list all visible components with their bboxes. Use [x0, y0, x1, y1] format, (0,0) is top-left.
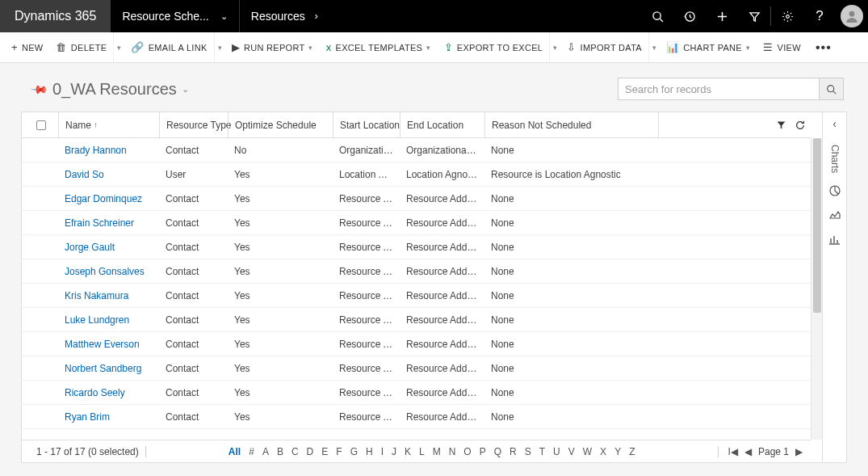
- pager-prev[interactable]: ◀: [744, 446, 752, 457]
- alpha-filter-letter[interactable]: C: [291, 446, 299, 457]
- alpha-filter-letter[interactable]: Z: [629, 446, 635, 457]
- cmd-email-split[interactable]: ▾: [214, 32, 225, 62]
- table-row[interactable]: Matthew EversonContactYesResource Add...…: [22, 332, 811, 356]
- table-row[interactable]: David SoUserYesLocation Agn...Location A…: [22, 162, 811, 187]
- settings-icon[interactable]: [771, 0, 803, 32]
- cmd-chart-pane[interactable]: 📊Chart Pane▾: [660, 32, 757, 62]
- cmd-import-split[interactable]: ▾: [648, 32, 660, 62]
- col-name[interactable]: Name↑: [58, 112, 159, 137]
- alpha-filter-letter[interactable]: U: [553, 446, 560, 457]
- alpha-filter-letter[interactable]: Y: [614, 446, 621, 457]
- alpha-filter-letter[interactable]: M: [433, 446, 441, 457]
- alpha-filter-letter[interactable]: B: [277, 446, 283, 457]
- row-type: Contact: [159, 363, 228, 374]
- row-name-link[interactable]: Joseph Gonsalves: [58, 266, 159, 277]
- col-start[interactable]: Start Location: [333, 112, 400, 137]
- add-icon[interactable]: [706, 0, 738, 32]
- pager-next[interactable]: ▶: [795, 446, 803, 457]
- chart-bar-icon[interactable]: [828, 233, 841, 246]
- alpha-filter-letter[interactable]: S: [525, 446, 531, 457]
- alpha-filter-letter[interactable]: X: [600, 446, 606, 457]
- cmd-new[interactable]: +New: [5, 32, 49, 62]
- row-name-link[interactable]: Matthew Everson: [58, 339, 159, 350]
- table-row[interactable]: Jorge GaultContactYesResource Add...Reso…: [22, 235, 811, 259]
- column-filter-icon[interactable]: [776, 120, 786, 130]
- charts-expand-icon[interactable]: ‹: [832, 117, 837, 130]
- vertical-scrollbar[interactable]: [811, 138, 822, 440]
- cmd-export-excel[interactable]: ⇪Export to Excel: [438, 32, 550, 62]
- alpha-filter-letter[interactable]: I: [381, 446, 384, 457]
- alpha-filter-letter[interactable]: J: [392, 446, 396, 457]
- alpha-filter-letter[interactable]: V: [568, 446, 575, 457]
- user-avatar[interactable]: [836, 0, 868, 32]
- search-button[interactable]: [820, 78, 844, 100]
- nav-subarea-dropdown[interactable]: Resources ›: [240, 0, 329, 32]
- alpha-filter-letter[interactable]: F: [336, 446, 342, 457]
- cmd-view[interactable]: ☰View: [757, 32, 807, 62]
- table-row[interactable]: Norbert SandbergContactYesResource Add..…: [22, 356, 811, 381]
- alpha-filter-letter[interactable]: K: [405, 446, 411, 457]
- refresh-icon[interactable]: [795, 120, 806, 131]
- row-name-link[interactable]: Kris Nakamura: [58, 290, 159, 301]
- cmd-export-label: Export to Excel: [457, 43, 543, 53]
- pager-first[interactable]: I◀: [728, 446, 738, 457]
- alpha-filter-letter[interactable]: E: [321, 446, 328, 457]
- table-row[interactable]: Ryan BrimContactYesResource Add...Resour…: [22, 405, 811, 429]
- cmd-excel-templates[interactable]: xExcel Templates▾: [320, 32, 438, 62]
- alpha-filter-letter[interactable]: T: [539, 446, 545, 457]
- cmd-import[interactable]: ⇩Import Data: [560, 32, 648, 62]
- row-name-link[interactable]: Ryan Brim: [58, 411, 159, 423]
- alpha-filter-letter[interactable]: H: [366, 446, 373, 457]
- nav-area-dropdown[interactable]: Resource Sche... ⌄: [111, 0, 239, 32]
- alpha-filter-letter[interactable]: P: [480, 446, 486, 457]
- row-name-link[interactable]: Norbert Sandberg: [58, 363, 159, 374]
- row-name-link[interactable]: Jorge Gault: [58, 242, 159, 253]
- alpha-filter-letter[interactable]: R: [509, 446, 517, 457]
- help-icon[interactable]: ?: [803, 0, 836, 32]
- alpha-filter-letter[interactable]: L: [419, 446, 425, 457]
- brand[interactable]: Dynamics 365: [0, 0, 111, 32]
- col-type[interactable]: Resource Type: [159, 112, 228, 137]
- alpha-filter-letter[interactable]: #: [249, 446, 254, 457]
- alpha-filter-letter[interactable]: O: [463, 446, 471, 457]
- scrollbar-thumb[interactable]: [813, 138, 821, 313]
- search-input[interactable]: [618, 78, 820, 100]
- alpha-filter-letter[interactable]: N: [449, 446, 456, 457]
- col-reason[interactable]: Reason Not Scheduled: [484, 112, 658, 137]
- cmd-email[interactable]: 🔗Email a Link: [124, 32, 213, 62]
- table-row[interactable]: Brady HannonContactNoOrganization...Orga…: [22, 138, 811, 162]
- table-row[interactable]: Luke LundgrenContactYesResource Add...Re…: [22, 308, 811, 332]
- col-end[interactable]: End Location: [400, 112, 484, 137]
- alpha-filter-letter[interactable]: A: [262, 446, 269, 457]
- row-name-link[interactable]: Efrain Schreiner: [58, 217, 159, 229]
- cmd-run-report[interactable]: ▶Run Report▾: [225, 32, 320, 62]
- alpha-filter-letter[interactable]: G: [350, 446, 358, 457]
- row-name-link[interactable]: David So: [58, 169, 159, 180]
- search-icon[interactable]: [641, 0, 673, 32]
- row-name-link[interactable]: Edgar Dominquez: [58, 193, 159, 204]
- view-selector[interactable]: 📌 0_WA Resources ⌄: [32, 80, 189, 99]
- alpha-filter-letter[interactable]: W: [583, 446, 592, 457]
- table-row[interactable]: Efrain SchreinerContactYesResource Add..…: [22, 211, 811, 235]
- cmd-export-split[interactable]: ▾: [549, 32, 560, 62]
- cmd-delete-split[interactable]: ▾: [113, 32, 124, 62]
- row-name-link[interactable]: Luke Lundgren: [58, 314, 159, 326]
- alpha-filter-all[interactable]: All: [229, 446, 241, 457]
- chart-area-icon[interactable]: [828, 209, 841, 221]
- pager-label: Page 1: [758, 446, 789, 457]
- select-all-checkbox[interactable]: [22, 112, 58, 137]
- filter-icon[interactable]: [738, 0, 770, 32]
- table-row[interactable]: Kris NakamuraContactYesResource Add...Re…: [22, 284, 811, 308]
- table-row[interactable]: Edgar DominquezContactYesResource Add...…: [22, 187, 811, 211]
- alpha-filter-letter[interactable]: Q: [494, 446, 501, 457]
- chart-pie-icon[interactable]: [828, 184, 841, 197]
- col-optimize[interactable]: Optimize Schedule: [228, 112, 333, 137]
- cmd-overflow[interactable]: •••: [807, 41, 840, 54]
- row-name-link[interactable]: Ricardo Seely: [58, 387, 159, 398]
- cmd-delete[interactable]: 🗑Delete: [49, 32, 113, 62]
- recent-icon[interactable]: [673, 0, 706, 32]
- table-row[interactable]: Joseph GonsalvesContactYesResource Add..…: [22, 259, 811, 284]
- alpha-filter-letter[interactable]: D: [307, 446, 314, 457]
- table-row[interactable]: Ricardo SeelyContactYesResource Add...Re…: [22, 381, 811, 405]
- row-name-link[interactable]: Brady Hannon: [58, 145, 159, 156]
